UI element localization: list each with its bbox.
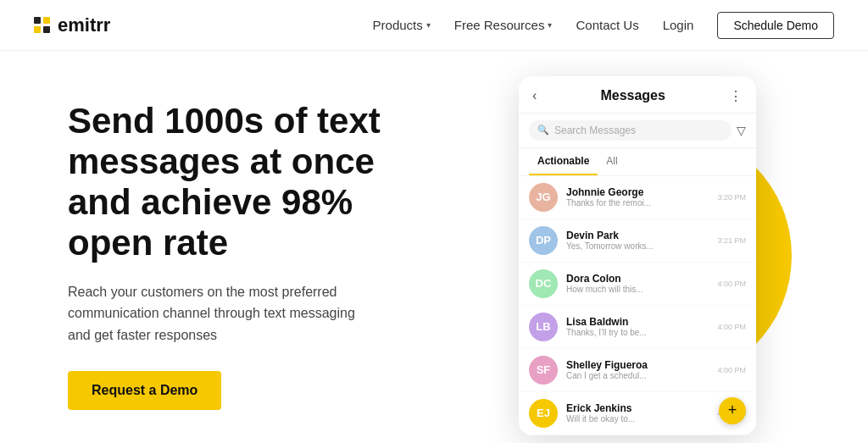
resources-chevron-icon: ▾ [548,20,552,30]
contact-time: 4:00 PM [717,280,746,288]
avatar: DC [529,269,558,298]
products-chevron-icon: ▾ [426,20,431,30]
nav-contact[interactable]: Contact Us [576,18,638,32]
list-item[interactable]: JG Johnnie George Thanks for the remoi..… [519,176,756,219]
tab-actionable[interactable]: Actionable [529,148,598,175]
contact-name: Devin Park [566,230,709,241]
contact-name: Lisa Baldwin [566,316,709,328]
hero-title: Send 1000s of text messages at once and … [68,101,424,264]
main-nav: Products ▾ Free Resources ▾ Contact Us L… [373,12,834,39]
contact-info: Dora Colon How much will this... [566,273,709,294]
contact-preview: Will it be okay to... [566,414,709,424]
nav-products-label: Products [373,18,423,32]
logo-dot-3 [34,26,41,33]
avatar: JG [529,183,558,212]
search-placeholder-text: Search Messages [554,125,636,136]
logo-dot-2 [43,17,50,24]
contact-preview: Can I get a schedul... [566,371,709,380]
message-tabs: Actionable All [519,148,756,176]
contact-name: Shelley Figueroa [566,359,709,371]
avatar: EJ [529,399,558,428]
contact-list: JG Johnnie George Thanks for the remoi..… [519,176,756,435]
list-item[interactable]: SF Shelley Figueroa Can I get a schedul.… [519,349,756,392]
contact-info: Devin Park Yes, Tomorrow works... [566,230,709,251]
avatar: LB [529,313,558,341]
nav-login-label: Login [663,18,694,32]
contact-preview: Thanks for the remoi... [566,198,709,208]
search-icon: 🔍 [537,125,549,136]
tab-all[interactable]: All [598,148,626,175]
contact-info: Erick Jenkins Will it be okay to... [566,402,709,424]
logo[interactable]: emitrr [34,14,110,36]
nav-login[interactable]: Login [663,18,694,32]
hero-subtitle: Reach your customers on the most preferr… [68,281,373,346]
contact-time: 4:00 PM [717,366,746,374]
contact-time: 3:20 PM [717,193,746,202]
logo-text: emitrr [58,14,110,36]
nav-products[interactable]: Products ▾ [373,18,431,32]
contact-name: Erick Jenkins [566,402,709,414]
request-demo-button[interactable]: Request a Demo [68,371,221,410]
back-icon[interactable]: ‹ [532,88,537,103]
phone-header: ‹ Messages ⋮ [519,76,756,114]
hero-section: Send 1000s of text messages at once and … [68,101,424,411]
phone-messages-title: Messages [600,88,665,103]
avatar: DP [529,226,558,255]
contact-time: 3:21 PM [717,236,746,245]
nav-resources-label: Free Resources [454,18,545,32]
list-item[interactable]: LB Lisa Baldwin Thanks, I'll try to be..… [519,306,756,349]
contact-info: Johnnie George Thanks for the remoi... [566,186,709,208]
contact-name: Johnnie George [566,186,709,198]
phone-card: ‹ Messages ⋮ 🔍 Search Messages ▽ Actiona… [519,76,756,435]
logo-dot-1 [34,17,41,24]
schedule-demo-button[interactable]: Schedule Demo [717,12,834,39]
fab-compose-button[interactable]: + [719,397,746,424]
contact-preview: How much will this... [566,285,709,294]
more-options-icon[interactable]: ⋮ [729,88,743,104]
main-content: Send 1000s of text messages at once and … [0,51,868,443]
contact-info: Shelley Figueroa Can I get a schedul... [566,359,709,380]
nav-resources[interactable]: Free Resources ▾ [454,18,553,32]
list-item[interactable]: DP Devin Park Yes, Tomorrow works... 3:2… [519,219,756,263]
contact-preview: Thanks, I'll try to be... [566,328,709,337]
avatar: SF [529,356,558,385]
contact-name: Dora Colon [566,273,709,285]
site-header: emitrr Products ▾ Free Resources ▾ Conta… [0,0,868,51]
search-row: 🔍 Search Messages ▽ [519,114,756,148]
logo-icon [34,17,51,34]
contact-time: 4:00 PM [717,323,746,331]
phone-mockup-container: ‹ Messages ⋮ 🔍 Search Messages ▽ Actiona… [458,76,817,435]
search-box[interactable]: 🔍 Search Messages [529,120,732,141]
nav-contact-label: Contact Us [576,18,638,32]
list-item[interactable]: DC Dora Colon How much will this... 4:00… [519,263,756,306]
filter-icon[interactable]: ▽ [737,124,746,137]
contact-preview: Yes, Tomorrow works... [566,241,709,251]
logo-dot-4 [43,26,50,33]
contact-info: Lisa Baldwin Thanks, I'll try to be... [566,316,709,337]
list-item[interactable]: EJ Erick Jenkins Will it be okay to... 4… [519,392,756,435]
